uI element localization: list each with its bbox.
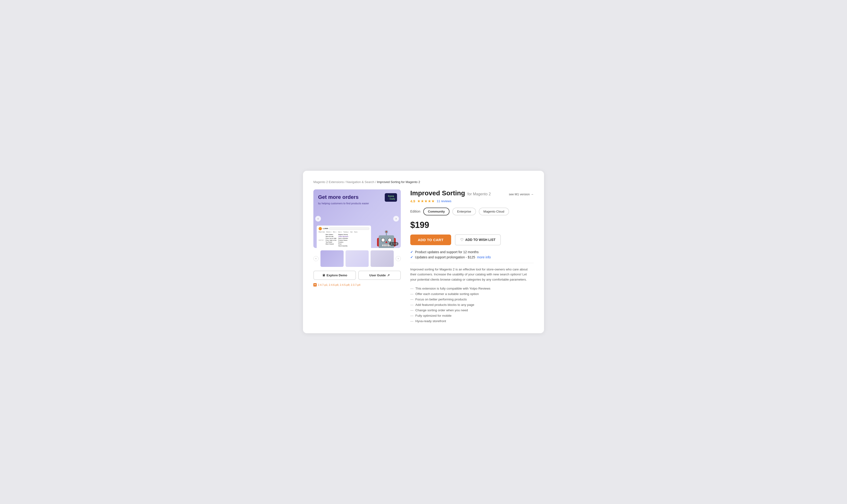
feature-text-1: Product updates and support for 12 month… [415, 250, 479, 254]
yotpo-reviews-item: Yotpo Reviews [338, 236, 348, 237]
rating-row: 4.9 ★★★★★ 11 reviews [410, 199, 534, 203]
breadcrumb-current: Improved Sorting for Magento 2 [377, 180, 420, 184]
hyva-badge: hyva → ready [385, 193, 397, 202]
luma-search-bar [329, 228, 369, 230]
image-next-button[interactable]: › [393, 216, 399, 221]
thumbnail-row: ‹ › [313, 250, 401, 267]
bullet-item: Change sorting order when you need [410, 307, 534, 313]
rating-score: 4.9 [410, 199, 415, 203]
edition-row: Edition Community Enterprise Magento Clo… [410, 208, 534, 215]
image-subtext: by helping customers to find products ea… [318, 202, 369, 205]
sort-by-label: SORT BY [319, 239, 324, 241]
product-description: Improved sorting for Magento 2 is an eff… [410, 267, 534, 282]
feature-text-2: Updates and support prolongation - $125 [415, 255, 475, 259]
sort-col-2: Biggest Saving Yotpo Reviews Now in Wish… [338, 234, 348, 247]
main-image: Get more orders by helping customers to … [313, 190, 401, 248]
heart-icon: ♡ [460, 238, 463, 242]
breadcrumb: Magento 2 Extensions / Navigation & Sear… [313, 180, 534, 184]
product-title: Improved Sorting [410, 190, 465, 197]
bullet-list: This extension is fully compatible with … [410, 286, 534, 324]
breadcrumb-link-nav[interactable]: Navigation & Search [347, 180, 375, 184]
image-prev-button[interactable]: ‹ [315, 216, 321, 221]
image-headline: Get more orders [318, 194, 369, 200]
external-link-icon: ↗ [387, 273, 390, 277]
add-to-cart-button[interactable]: ADD TO CART [410, 235, 451, 245]
edition-community-button[interactable]: Community [423, 208, 450, 215]
breadcrumb-link-extensions[interactable]: Magento 2 Extensions [313, 180, 344, 184]
see-m1-link[interactable]: see M1 version → [509, 193, 534, 196]
luma-nav: What's New Women ∨ Men ∨ Gear ∨ Training… [319, 231, 369, 233]
explore-demo-button[interactable]: 🖥 Explore Demo [313, 271, 356, 280]
compatibility-info: M 2.4.7-p1; 2.4.6-p6; 2.4.5-p8; 2.3.7-p4 [313, 283, 401, 287]
thumbnail-2[interactable] [346, 250, 369, 267]
bullet-item: This extension is fully compatible with … [410, 286, 534, 291]
left-column: Get more orders by helping customers to … [313, 190, 401, 324]
product-page-card: Magento 2 Extensions / Navigation & Sear… [303, 171, 544, 334]
bullet-item: Focus on better performing products [410, 296, 534, 302]
edition-label: Edition [410, 210, 420, 213]
edition-magento-cloud-button[interactable]: Magento Cloud [479, 208, 509, 215]
right-column: Improved Sorting for Magento 2 see M1 ve… [410, 190, 534, 324]
product-subtitle: for Magento 2 [467, 192, 491, 196]
stars: ★★★★★ [417, 199, 435, 203]
product-price: $199 [410, 220, 534, 230]
edition-enterprise-button[interactable]: Enterprise [452, 208, 476, 215]
luma-mockup: LUMA What's New Women ∨ Men ∨ Gear ∨ Tra… [317, 226, 371, 248]
feature-item-2: ✓ Updates and support prolongation - $12… [410, 255, 534, 259]
product-header: Improved Sorting for Magento 2 see M1 ve… [410, 190, 534, 197]
bullet-item: Add featured products blocks to any page [410, 302, 534, 307]
features-list: ✓ Product updates and support for 12 mon… [410, 250, 534, 259]
check-icon-2: ✓ [410, 255, 413, 259]
cart-row: ADD TO CART ♡ ADD TO WISH LIST [410, 234, 534, 246]
bullet-item: Hyva-ready storefront [410, 318, 534, 324]
check-icon-1: ✓ [410, 250, 413, 254]
compatibility-text: 2.4.7-p1; 2.4.6-p6; 2.4.5-p8; 2.3.7-p4 [318, 283, 360, 286]
more-info-link[interactable]: more info [477, 255, 491, 259]
thumb-next-button[interactable]: › [395, 256, 401, 261]
bullet-item: Fully optimized for mobile [410, 313, 534, 318]
image-counter: 1 / 14 [389, 242, 399, 246]
magento-icon: M [313, 283, 317, 287]
thumbnail-3[interactable] [371, 250, 394, 267]
bullet-item: Offer each customer a suitable sorting o… [410, 291, 534, 296]
feature-item-1: ✓ Product updates and support for 12 mon… [410, 250, 534, 254]
action-buttons: 🖥 Explore Demo User Guide ↗ [313, 271, 401, 280]
add-to-wishlist-button[interactable]: ♡ ADD TO WISH LIST [455, 234, 501, 246]
user-guide-button[interactable]: User Guide ↗ [358, 271, 401, 280]
thumbnail-1[interactable] [320, 250, 343, 267]
luma-logo [319, 227, 322, 230]
sort-col-1: Best Sellers New Arrivals Price: low to … [326, 234, 337, 247]
divider [410, 263, 534, 263]
thumb-prev-button[interactable]: ‹ [313, 256, 319, 261]
image-text-block: Get more orders by helping customers to … [318, 194, 369, 205]
reviews-link[interactable]: 11 reviews [437, 199, 452, 203]
sort-section: SORT BY Best Sellers New Arrivals Price:… [319, 234, 369, 247]
monitor-icon: 🖥 [322, 273, 325, 277]
